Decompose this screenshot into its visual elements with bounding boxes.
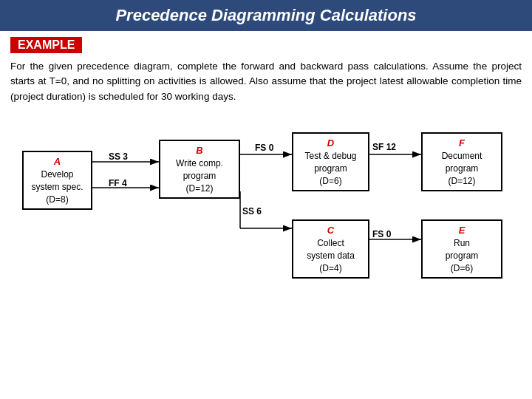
diagram-area: A Develop system spec. (D=8) SS 3 FF 4 B… [0,110,532,399]
example-label: EXAMPLE [10,37,82,53]
node-F: F Decument program (D=12) [421,132,502,192]
page-title: Precedence Diagramming Calculations [12,6,520,25]
node-B: B Write comp. program (D=12) [159,140,240,200]
node-B-title: B [165,144,234,157]
node-F-duration: (D=12) [427,175,497,188]
node-E: E Run program (D=6) [421,219,502,279]
node-E-line1: Run [427,237,497,250]
node-D: D Test & debug program (D=6) [292,132,369,192]
node-C: C Collect system data (D=4) [292,219,369,279]
node-E-title: E [427,224,497,237]
node-A-line1: Develop [28,168,86,181]
node-D-duration: (D=6) [298,175,364,188]
node-C-title: C [298,224,364,237]
label-fs0-ce: FS 0 [372,229,391,239]
node-F-title: F [427,137,497,150]
node-F-line2: program [427,163,497,175]
node-C-line1: Collect [298,237,364,250]
node-A-duration: (D=8) [28,194,86,206]
description-text: For the given precedence diagram, comple… [0,59,532,110]
node-D-line1: Test & debug [298,150,364,163]
node-E-line2: program [427,250,497,262]
node-D-line2: program [298,163,364,175]
node-C-line2: system data [298,250,364,262]
node-A: A Develop system spec. (D=8) [22,151,92,211]
label-ff4: FF 4 [109,178,127,188]
node-E-duration: (D=6) [427,262,497,275]
node-C-duration: (D=4) [298,262,364,275]
node-F-line1: Decument [427,150,497,163]
title-bar: Precedence Diagramming Calculations [0,0,532,31]
label-ss6: SS 6 [242,206,262,216]
label-ss3: SS 3 [109,151,128,162]
node-A-line2: system spec. [28,181,86,194]
node-B-duration: (D=12) [165,183,234,195]
page-container: Precedence Diagramming Calculations EXAM… [0,0,532,399]
node-B-line1: Write comp. [165,157,234,170]
label-fs0-bd: FS 0 [255,143,273,153]
node-A-title: A [28,155,86,168]
node-D-title: D [298,137,364,150]
node-B-line2: program [165,170,234,183]
label-sf12: SF 12 [372,142,396,152]
